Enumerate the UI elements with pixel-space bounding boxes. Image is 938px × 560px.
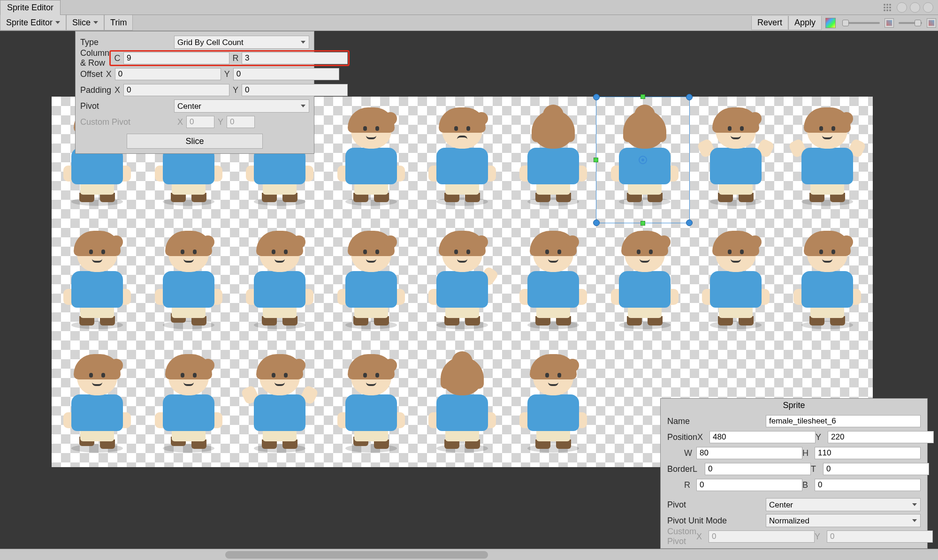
border-t-input[interactable]	[823, 463, 929, 475]
pos-x-input[interactable]	[709, 431, 816, 443]
window-title: Sprite Editor	[7, 3, 53, 13]
sprite-cell[interactable]	[417, 344, 508, 467]
sprite-cell[interactable]	[417, 97, 508, 220]
padding-label: Padding	[80, 85, 111, 95]
window-title-tab[interactable]: Sprite Editor	[0, 0, 61, 15]
slice-dropdown[interactable]: Slice	[66, 15, 104, 30]
sprite-cell[interactable]	[599, 220, 690, 343]
custom-pivot-label: Custom Pivot	[80, 117, 174, 127]
sprite-cell[interactable]	[508, 220, 599, 343]
fit-icon[interactable]	[927, 18, 936, 28]
sprite-cell[interactable]	[508, 97, 599, 220]
sprite-cell[interactable]	[782, 97, 873, 220]
custom-pivot-y-input	[227, 116, 255, 128]
sprite-editor-dropdown[interactable]: Sprite Editor	[0, 15, 66, 30]
sprite-cell[interactable]	[143, 220, 234, 343]
scrollbar-thumb[interactable]	[225, 551, 488, 559]
sprite-name-input[interactable]	[766, 415, 921, 427]
sprite-cell[interactable]	[52, 344, 143, 467]
type-select[interactable]: Grid By Cell Count	[174, 36, 309, 49]
sprite-cell[interactable]	[234, 344, 325, 467]
revert-button[interactable]: Revert	[751, 16, 788, 30]
opacity-slider[interactable]	[842, 22, 880, 24]
sprite-cell[interactable]	[325, 344, 416, 467]
color-picker-icon[interactable]	[825, 18, 836, 28]
pos-h-input[interactable]	[815, 447, 921, 459]
padding-x-input[interactable]	[123, 84, 229, 96]
sprite-custom-y-input	[827, 530, 933, 543]
zoom-slider[interactable]	[899, 22, 922, 24]
sprite-cell[interactable]	[599, 97, 690, 220]
title-spacer	[61, 0, 884, 15]
preview-icon[interactable]	[885, 18, 894, 28]
row-prefix: R	[229, 53, 242, 63]
window-controls[interactable]	[897, 2, 933, 13]
sprite-cell[interactable]	[782, 220, 873, 343]
custom-pivot-x-input	[186, 116, 214, 128]
custom-pivot-label: Custom Pivot	[667, 527, 696, 546]
sprite-cell[interactable]	[690, 97, 781, 220]
sprite-cell[interactable]	[417, 220, 508, 343]
pivot-label: Pivot	[80, 101, 174, 111]
slice-panel: Type Grid By Cell Count Column & Row C R…	[75, 31, 314, 154]
offset-y-input[interactable]	[233, 68, 339, 80]
position-label: Position	[667, 432, 697, 442]
sprite-cell[interactable]	[508, 344, 599, 467]
sprite-custom-x-input	[709, 530, 815, 543]
border-r-input[interactable]	[696, 479, 802, 491]
offset-x-input[interactable]	[115, 68, 221, 80]
pivot-label: Pivot	[667, 500, 766, 510]
sprite-inspector-panel: Sprite Name Position X Y W H Border L T	[660, 398, 928, 549]
sprite-cell[interactable]	[325, 97, 416, 220]
slice-button[interactable]: Slice	[127, 134, 263, 149]
border-b-input[interactable]	[815, 479, 921, 491]
apply-button[interactable]: Apply	[788, 16, 822, 30]
options-dots-icon[interactable]	[884, 4, 891, 11]
sprite-cell[interactable]	[234, 220, 325, 343]
offset-label: Offset	[80, 69, 103, 79]
sprite-cell[interactable]	[325, 220, 416, 343]
col-row-label: Column & Row	[80, 48, 109, 68]
type-label: Type	[80, 38, 174, 47]
border-label: Border	[667, 464, 693, 474]
pivot-unit-label: Pivot Unit Mode	[667, 516, 766, 526]
pos-w-input[interactable]	[696, 447, 802, 459]
pivot-select[interactable]: Center	[174, 99, 309, 113]
sprite-cell[interactable]	[690, 220, 781, 343]
pivot-unit-select[interactable]: Normalized	[766, 514, 921, 527]
horizontal-scrollbar[interactable]	[0, 549, 938, 560]
row-input[interactable]	[242, 52, 348, 64]
pos-y-input[interactable]	[828, 431, 934, 443]
sprite-pivot-select[interactable]: Center	[766, 498, 921, 511]
sprite-cell[interactable]	[143, 344, 234, 467]
name-label: Name	[667, 416, 766, 426]
border-l-input[interactable]	[705, 463, 811, 475]
sprite-cell[interactable]	[52, 220, 143, 343]
sprite-panel-title: Sprite	[661, 399, 927, 412]
column-input[interactable]	[123, 52, 229, 64]
padding-y-input[interactable]	[242, 84, 348, 96]
trim-button[interactable]: Trim	[104, 15, 133, 30]
col-prefix: C	[111, 53, 123, 63]
